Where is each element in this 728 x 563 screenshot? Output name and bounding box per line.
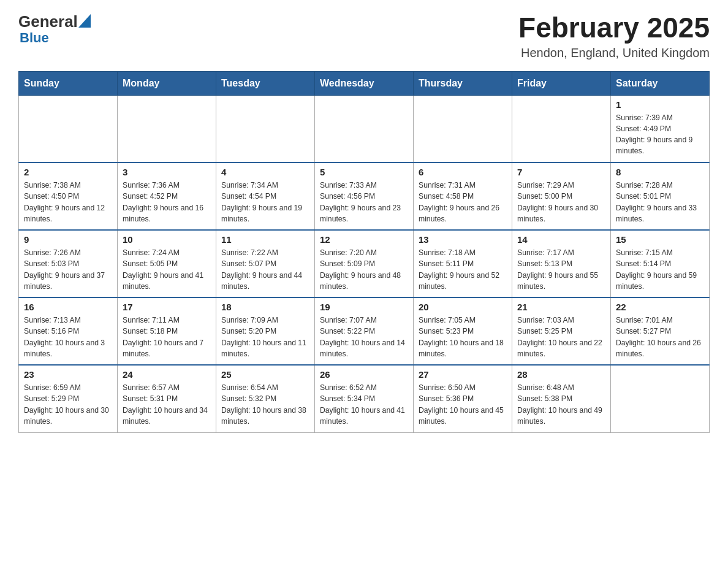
calendar-cell: 22Sunrise: 7:01 AMSunset: 5:27 PMDayligh… bbox=[611, 297, 710, 365]
day-info: Sunrise: 7:22 AMSunset: 5:07 PMDaylight:… bbox=[221, 247, 309, 292]
title-area: February 2025 Hendon, England, United Ki… bbox=[518, 12, 710, 60]
day-info: Sunrise: 7:24 AMSunset: 5:05 PMDaylight:… bbox=[123, 247, 211, 292]
day-info: Sunrise: 7:05 AMSunset: 5:23 PMDaylight:… bbox=[419, 315, 507, 359]
day-info: Sunrise: 6:59 AMSunset: 5:29 PMDaylight:… bbox=[24, 382, 112, 427]
calendar-cell: 24Sunrise: 6:57 AMSunset: 5:31 PMDayligh… bbox=[118, 365, 216, 432]
day-info: Sunrise: 7:11 AMSunset: 5:18 PMDaylight:… bbox=[123, 315, 211, 359]
day-info: Sunrise: 6:57 AMSunset: 5:31 PMDaylight:… bbox=[123, 382, 211, 427]
day-info: Sunrise: 6:54 AMSunset: 5:32 PMDaylight:… bbox=[221, 382, 309, 427]
day-number: 19 bbox=[320, 302, 408, 312]
calendar-week-row: 1Sunrise: 7:39 AMSunset: 4:49 PMDaylight… bbox=[19, 95, 710, 163]
day-number: 17 bbox=[123, 302, 211, 312]
calendar-cell: 6Sunrise: 7:31 AMSunset: 4:58 PMDaylight… bbox=[414, 163, 512, 230]
day-info: Sunrise: 7:20 AMSunset: 5:09 PMDaylight:… bbox=[320, 247, 408, 292]
calendar-cell: 4Sunrise: 7:34 AMSunset: 4:54 PMDaylight… bbox=[216, 163, 315, 230]
day-info: Sunrise: 6:52 AMSunset: 5:34 PMDaylight:… bbox=[320, 382, 408, 427]
day-number: 24 bbox=[123, 369, 211, 380]
day-number: 8 bbox=[616, 167, 704, 177]
calendar-cell bbox=[414, 95, 512, 163]
day-number: 7 bbox=[517, 167, 605, 177]
day-number: 4 bbox=[221, 167, 309, 177]
calendar-cell: 2Sunrise: 7:38 AMSunset: 4:50 PMDaylight… bbox=[19, 163, 118, 230]
calendar-cell: 13Sunrise: 7:18 AMSunset: 5:11 PMDayligh… bbox=[414, 230, 512, 297]
calendar-cell: 21Sunrise: 7:03 AMSunset: 5:25 PMDayligh… bbox=[512, 297, 611, 365]
day-info: Sunrise: 6:48 AMSunset: 5:38 PMDaylight:… bbox=[517, 382, 605, 427]
weekday-header-friday: Friday bbox=[512, 71, 611, 95]
day-number: 6 bbox=[419, 167, 507, 177]
calendar-cell: 20Sunrise: 7:05 AMSunset: 5:23 PMDayligh… bbox=[414, 297, 512, 365]
day-number: 9 bbox=[24, 234, 112, 245]
day-number: 12 bbox=[320, 234, 408, 245]
location-subtitle: Hendon, England, United Kingdom bbox=[518, 46, 710, 60]
calendar-cell bbox=[19, 95, 118, 163]
svg-marker-0 bbox=[78, 14, 91, 28]
logo-triangle-icon bbox=[78, 14, 91, 28]
day-info: Sunrise: 7:01 AMSunset: 5:27 PMDaylight:… bbox=[616, 315, 704, 359]
weekday-header-tuesday: Tuesday bbox=[216, 71, 315, 95]
day-info: Sunrise: 7:13 AMSunset: 5:16 PMDaylight:… bbox=[24, 315, 112, 359]
calendar-cell: 14Sunrise: 7:17 AMSunset: 5:13 PMDayligh… bbox=[512, 230, 611, 297]
logo-general-text: General bbox=[18, 12, 78, 31]
day-number: 1 bbox=[616, 99, 704, 110]
day-info: Sunrise: 7:29 AMSunset: 5:00 PMDaylight:… bbox=[517, 180, 605, 224]
calendar-cell: 26Sunrise: 6:52 AMSunset: 5:34 PMDayligh… bbox=[315, 365, 414, 432]
calendar-cell: 28Sunrise: 6:48 AMSunset: 5:38 PMDayligh… bbox=[512, 365, 611, 432]
calendar-week-row: 9Sunrise: 7:26 AMSunset: 5:03 PMDaylight… bbox=[19, 230, 710, 297]
calendar-cell: 19Sunrise: 7:07 AMSunset: 5:22 PMDayligh… bbox=[315, 297, 414, 365]
day-info: Sunrise: 7:31 AMSunset: 4:58 PMDaylight:… bbox=[419, 180, 507, 224]
calendar-cell: 25Sunrise: 6:54 AMSunset: 5:32 PMDayligh… bbox=[216, 365, 315, 432]
logo-blue-text: Blue bbox=[20, 31, 91, 45]
day-number: 10 bbox=[123, 234, 211, 245]
calendar-cell: 16Sunrise: 7:13 AMSunset: 5:16 PMDayligh… bbox=[19, 297, 118, 365]
calendar-week-row: 2Sunrise: 7:38 AMSunset: 4:50 PMDaylight… bbox=[19, 163, 710, 230]
day-info: Sunrise: 7:03 AMSunset: 5:25 PMDaylight:… bbox=[517, 315, 605, 359]
day-number: 21 bbox=[517, 302, 605, 312]
day-number: 15 bbox=[616, 234, 704, 245]
day-number: 23 bbox=[24, 369, 112, 380]
calendar-cell bbox=[216, 95, 315, 163]
calendar-cell: 5Sunrise: 7:33 AMSunset: 4:56 PMDaylight… bbox=[315, 163, 414, 230]
day-number: 16 bbox=[24, 302, 112, 312]
day-number: 3 bbox=[123, 167, 211, 177]
day-info: Sunrise: 7:38 AMSunset: 4:50 PMDaylight:… bbox=[24, 180, 112, 224]
day-info: Sunrise: 7:09 AMSunset: 5:20 PMDaylight:… bbox=[221, 315, 309, 359]
calendar-cell: 15Sunrise: 7:15 AMSunset: 5:14 PMDayligh… bbox=[611, 230, 710, 297]
day-info: Sunrise: 7:15 AMSunset: 5:14 PMDaylight:… bbox=[616, 247, 704, 292]
day-number: 20 bbox=[419, 302, 507, 312]
day-info: Sunrise: 6:50 AMSunset: 5:36 PMDaylight:… bbox=[419, 382, 507, 427]
calendar-week-row: 23Sunrise: 6:59 AMSunset: 5:29 PMDayligh… bbox=[19, 365, 710, 432]
weekday-header-saturday: Saturday bbox=[611, 71, 710, 95]
day-info: Sunrise: 7:36 AMSunset: 4:52 PMDaylight:… bbox=[123, 180, 211, 224]
day-info: Sunrise: 7:39 AMSunset: 4:49 PMDaylight:… bbox=[616, 112, 704, 157]
logo: General Blue bbox=[18, 12, 91, 45]
weekday-header-sunday: Sunday bbox=[19, 71, 118, 95]
month-title: February 2025 bbox=[518, 12, 710, 44]
calendar-table: SundayMondayTuesdayWednesdayThursdayFrid… bbox=[18, 71, 710, 433]
day-info: Sunrise: 7:33 AMSunset: 4:56 PMDaylight:… bbox=[320, 180, 408, 224]
calendar-cell bbox=[118, 95, 216, 163]
calendar-cell: 9Sunrise: 7:26 AMSunset: 5:03 PMDaylight… bbox=[19, 230, 118, 297]
calendar-cell: 27Sunrise: 6:50 AMSunset: 5:36 PMDayligh… bbox=[414, 365, 512, 432]
day-number: 13 bbox=[419, 234, 507, 245]
day-number: 14 bbox=[517, 234, 605, 245]
day-number: 18 bbox=[221, 302, 309, 312]
day-info: Sunrise: 7:18 AMSunset: 5:11 PMDaylight:… bbox=[419, 247, 507, 292]
day-number: 27 bbox=[419, 369, 507, 380]
calendar-cell: 23Sunrise: 6:59 AMSunset: 5:29 PMDayligh… bbox=[19, 365, 118, 432]
weekday-header-wednesday: Wednesday bbox=[315, 71, 414, 95]
day-number: 28 bbox=[517, 369, 605, 380]
day-number: 26 bbox=[320, 369, 408, 380]
calendar-cell: 3Sunrise: 7:36 AMSunset: 4:52 PMDaylight… bbox=[118, 163, 216, 230]
calendar-cell bbox=[512, 95, 611, 163]
calendar-cell: 12Sunrise: 7:20 AMSunset: 5:09 PMDayligh… bbox=[315, 230, 414, 297]
day-number: 11 bbox=[221, 234, 309, 245]
day-info: Sunrise: 7:17 AMSunset: 5:13 PMDaylight:… bbox=[517, 247, 605, 292]
day-info: Sunrise: 7:28 AMSunset: 5:01 PMDaylight:… bbox=[616, 180, 704, 224]
day-number: 22 bbox=[616, 302, 704, 312]
calendar-week-row: 16Sunrise: 7:13 AMSunset: 5:16 PMDayligh… bbox=[19, 297, 710, 365]
page-header: General Blue February 2025 Hendon, Engla… bbox=[18, 12, 710, 60]
calendar-cell: 11Sunrise: 7:22 AMSunset: 5:07 PMDayligh… bbox=[216, 230, 315, 297]
day-number: 25 bbox=[221, 369, 309, 380]
day-number: 5 bbox=[320, 167, 408, 177]
calendar-cell: 17Sunrise: 7:11 AMSunset: 5:18 PMDayligh… bbox=[118, 297, 216, 365]
